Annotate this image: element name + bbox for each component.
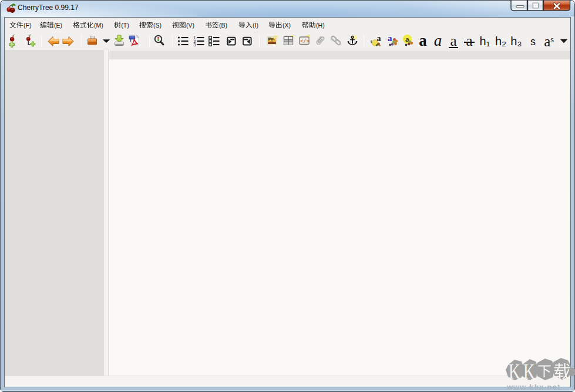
svg-text:(E): (E) — [54, 22, 62, 29]
svg-text:(B): (B) — [219, 22, 227, 29]
svg-text:a: a — [388, 33, 392, 43]
svg-text:(X): (X) — [283, 22, 291, 29]
svg-text:</>: </> — [300, 38, 309, 44]
svg-text:(M): (M) — [94, 22, 103, 29]
svg-text:(V): (V) — [186, 22, 194, 29]
svg-text:(I): (I) — [253, 22, 258, 29]
svg-text:(F): (F) — [23, 22, 31, 29]
svg-text:3: 3 — [193, 42, 196, 46]
svg-text:(H): (H) — [316, 22, 325, 29]
svg-text:(T): (T) — [121, 22, 129, 29]
svg-text:(S): (S) — [153, 22, 162, 29]
